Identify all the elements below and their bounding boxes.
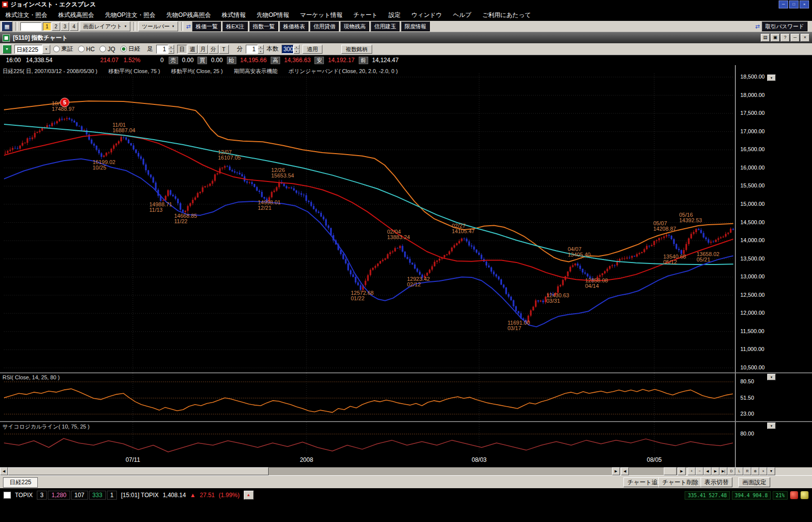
price-chart[interactable]: 10/1117488.9716199.0210/2511/0116887.041…: [4, 74, 734, 372]
symbol-combobox[interactable]: 日経225 ▼: [14, 45, 50, 54]
market-radio[interactable]: 日経: [120, 45, 140, 53]
maximize-button[interactable]: □: [789, 0, 799, 8]
print-button[interactable]: ▤: [761, 34, 770, 42]
minimize-button[interactable]: ─: [779, 0, 788, 8]
chart-tool-button[interactable]: D: [727, 467, 735, 475]
symbol-picker-icon[interactable]: ▼: [2, 45, 11, 54]
timeframe-button[interactable]: 分: [208, 45, 218, 54]
chart-tool-button[interactable]: R: [743, 467, 751, 475]
mini-scroll-right-icon[interactable]: ▶: [678, 467, 686, 475]
mini-scrollbar-thumb[interactable]: [664, 467, 677, 475]
menu-item[interactable]: チャート: [348, 11, 383, 19]
bars-stepper[interactable]: 300 ▲ ▼: [282, 45, 300, 54]
menu-item[interactable]: 株式残高照会: [53, 11, 100, 19]
layout-button[interactable]: 2: [52, 22, 60, 31]
screen-layout-dropdown[interactable]: 画面レイアウト ▼: [80, 21, 130, 31]
psych-axis-label: 80.00: [740, 431, 754, 436]
toolbar-quick-button[interactable]: 信用貸借: [310, 21, 339, 31]
chevron-down-icon[interactable]: ▼: [42, 45, 50, 54]
timeframe-button[interactable]: 週: [188, 45, 198, 54]
menu-item[interactable]: ヘルプ: [447, 11, 477, 19]
toolbar-quick-button[interactable]: 信用建玉: [371, 21, 400, 31]
timeframe-button[interactable]: 日: [177, 45, 187, 54]
close-button[interactable]: ×: [800, 0, 809, 8]
status-checkbox[interactable]: [3, 492, 11, 499]
mini-scroll-left-icon[interactable]: ◀: [621, 467, 629, 475]
chart-action-button[interactable]: 画面設定: [738, 477, 770, 487]
chart-tool-button[interactable]: ▶|: [719, 467, 727, 475]
minimize-button[interactable]: ─: [791, 34, 800, 42]
chart-tool-button[interactable]: ▼: [767, 467, 775, 475]
rsi-chart[interactable]: [4, 373, 734, 421]
toolbar-menu-dropdown[interactable]: ツールバー ▼: [138, 21, 178, 31]
connection-icon[interactable]: [801, 491, 809, 499]
scroll-left-icon[interactable]: ◀: [0, 467, 8, 475]
market-radio[interactable]: 東証: [53, 45, 73, 53]
chart-tool-button[interactable]: ▶: [711, 467, 719, 475]
window-grid-icon[interactable]: ▦: [1, 21, 12, 31]
chart-window-title-bar[interactable]: [5110] 指数チャート ▤▣?─×: [0, 32, 812, 43]
layout-button[interactable]: 1: [43, 22, 51, 31]
copy-button[interactable]: ▣: [771, 34, 780, 42]
alert-icon[interactable]: [790, 491, 798, 499]
menu-item[interactable]: 先物OP情報: [251, 11, 295, 19]
stepper-arrows[interactable]: ▲ ▼: [294, 45, 300, 54]
toolbar-quick-button[interactable]: 現物残高: [340, 21, 369, 31]
mini-scrollbar-track[interactable]: [629, 467, 678, 475]
quote-board-button[interactable]: ▲: [244, 491, 254, 500]
tab-nikkei225[interactable]: 日経225: [3, 477, 38, 488]
menu-item[interactable]: ご利用にあたって: [477, 11, 536, 19]
multi-symbol-button[interactable]: 複数銘柄: [341, 45, 372, 54]
scrollbar-thumb[interactable]: [8, 467, 269, 475]
menu-item[interactable]: マーケット情報: [295, 11, 348, 19]
stepper-up-icon[interactable]: ▲: [258, 45, 264, 49]
scrollbar-track[interactable]: [8, 467, 612, 475]
market-radio[interactable]: JQ: [100, 45, 115, 53]
stepper-down-icon[interactable]: ▼: [294, 49, 300, 54]
timeframe-button[interactable]: 月: [198, 45, 208, 54]
toolbar-quick-button[interactable]: 限度情報: [401, 21, 430, 31]
toolbar-input[interactable]: [20, 22, 41, 31]
scroll-right-icon[interactable]: ▶: [612, 467, 620, 475]
stepper-arrows[interactable]: ▲ ▼: [168, 45, 174, 54]
chart-tool-button[interactable]: ◀: [704, 467, 711, 475]
toolbar-quick-button[interactable]: 株価一覧: [192, 21, 221, 31]
layout-button[interactable]: 3: [61, 22, 69, 31]
toolbar-quick-button[interactable]: 株EX注: [222, 21, 248, 31]
menu-item[interactable]: ウィンドウ: [406, 11, 447, 19]
market-radio[interactable]: HC: [78, 45, 95, 53]
quote-field-value: 0.00: [211, 57, 222, 64]
toolbar-quick-button[interactable]: 指数一覧: [249, 21, 278, 31]
scroll-down-icon[interactable]: ▼: [767, 75, 776, 81]
period-stepper[interactable]: 1 ▲ ▼: [156, 45, 174, 54]
close-button[interactable]: ×: [801, 34, 810, 42]
chart-tool-button[interactable]: +: [688, 467, 696, 475]
chart-tool-button[interactable]: ×: [759, 467, 767, 475]
layout-button[interactable]: 4: [70, 22, 78, 31]
timeframe-button[interactable]: T: [219, 45, 229, 54]
scroll-down-icon[interactable]: ▼: [767, 423, 776, 429]
chart-tool-button[interactable]: ⊕: [751, 467, 759, 475]
stepper-down-icon[interactable]: ▼: [258, 49, 264, 54]
stepper-up-icon[interactable]: ▲: [168, 45, 174, 49]
stepper-arrows[interactable]: ▲ ▼: [258, 45, 264, 54]
psychological-chart[interactable]: 07/11200808/0308/05: [4, 422, 734, 467]
chart-action-button[interactable]: 表示切替: [701, 477, 732, 487]
stepper-down-icon[interactable]: ▼: [168, 49, 174, 54]
chart-tool-button[interactable]: L: [735, 467, 743, 475]
stepper-up-icon[interactable]: ▲: [294, 45, 300, 49]
menu-item[interactable]: 株式注文・照会: [0, 11, 53, 19]
minute-stepper[interactable]: 1 ▲ ▼: [246, 45, 264, 54]
scroll-down-icon[interactable]: ▼: [767, 374, 776, 380]
apply-button[interactable]: 適用: [303, 45, 322, 54]
menu-item[interactable]: 先物OP注文・照会: [100, 11, 161, 19]
chart-tool-button[interactable]: −: [696, 467, 704, 475]
help-button[interactable]: ?: [781, 34, 790, 42]
menu-item[interactable]: 設定: [383, 11, 406, 19]
menu-item[interactable]: 先物OP残高照会: [161, 11, 216, 19]
status-market[interactable]: TOPIX: [15, 492, 33, 499]
menu-item[interactable]: 株式情報: [216, 11, 251, 19]
trade-password-button[interactable]: 取引パスワード: [762, 21, 808, 31]
chart-action-button[interactable]: チャート削除: [658, 477, 703, 487]
toolbar-quick-button[interactable]: 株価格表: [280, 21, 308, 31]
